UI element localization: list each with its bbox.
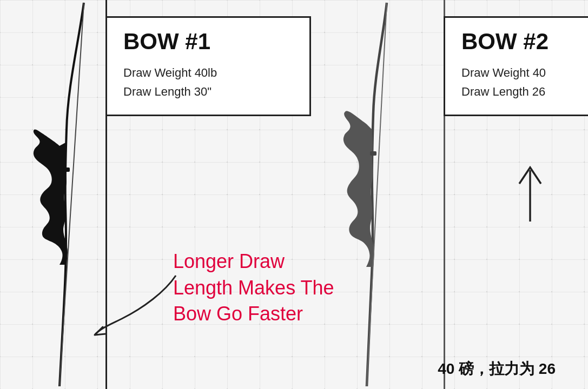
chinese-subtitle: 40 磅，拉力为 26: [438, 359, 556, 379]
bow1-title: BOW #1: [123, 29, 293, 55]
bow1-specs: Draw Weight 40lb Draw Length 30": [123, 63, 293, 101]
annotation-line3: Bow Go Faster: [173, 301, 334, 327]
bow1-info-box: BOW #1 Draw Weight 40lb Draw Length 30": [105, 16, 311, 116]
svg-rect-2: [370, 151, 376, 156]
bow2-info-box: BOW #2 Draw Weight 40 Draw Length 26: [444, 16, 588, 116]
bow2-draw-weight: Draw Weight 40: [461, 63, 588, 82]
annotation-line2: Length Makes The: [173, 275, 334, 301]
annotation-text: Longer Draw Length Makes The Bow Go Fast…: [173, 249, 334, 327]
bow2-title: BOW #2: [461, 29, 588, 55]
bow1-draw-length: Draw Length 30": [123, 82, 293, 101]
bow2-silhouette: [335, 0, 411, 389]
svg-rect-0: [63, 167, 70, 172]
up-arrow-icon: [514, 162, 546, 237]
bow2-specs: Draw Weight 40 Draw Length 26: [461, 63, 588, 101]
bow2-draw-length: Draw Length 26: [461, 82, 588, 101]
annotation-line1: Longer Draw: [173, 249, 334, 275]
curved-arrow-icon: [89, 270, 187, 340]
bow1-draw-weight: Draw Weight 40lb: [123, 63, 293, 82]
